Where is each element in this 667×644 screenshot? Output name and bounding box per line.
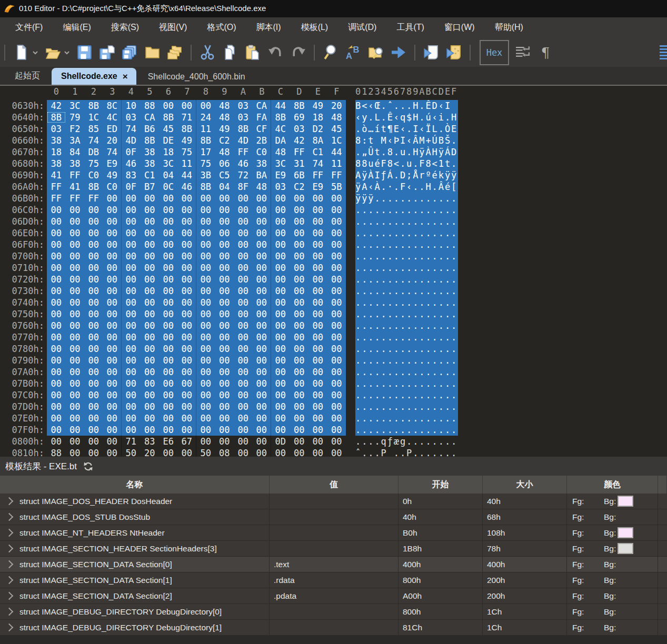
hex-row-ascii[interactable]: ................ [355, 239, 458, 250]
hex-byte[interactable]: 00 [215, 227, 234, 239]
hex-row-bytes[interactable]: 423C8B8C10880000004803CA448B4920 [47, 100, 346, 112]
hex-byte[interactable]: 00 [327, 239, 346, 250]
hex-byte[interactable]: 00 [215, 285, 234, 297]
row-size-cell[interactable]: 1Ch [483, 620, 567, 635]
hex-byte[interactable]: 00 [84, 389, 103, 401]
hex-byte[interactable]: 00 [47, 412, 66, 424]
hex-byte[interactable]: 00 [253, 343, 272, 355]
hex-row-bytes[interactable]: 00000000000000000000000000000000 [47, 297, 346, 308]
hex-byte[interactable]: 48 [215, 146, 234, 158]
hex-byte[interactable]: 00 [271, 239, 290, 250]
hex-row-bytes[interactable]: 00000000000000000000000000000000 [47, 262, 346, 274]
hex-byte[interactable]: CA [141, 112, 160, 123]
hex-byte[interactable]: 00 [215, 355, 234, 366]
hex-byte[interactable]: 00 [215, 401, 234, 412]
hex-byte[interactable]: 06 [215, 158, 234, 169]
bg-color-swatch[interactable] [618, 527, 633, 538]
row-size-cell[interactable]: 1Ch [483, 604, 567, 619]
hex-row-bytes[interactable]: 00000000000000000000000000000000 [47, 227, 346, 239]
hex-editor[interactable]: 0123456789ABCDEF0123456789ABCDEF 0630h:4… [0, 86, 667, 457]
hex-byte[interactable]: 00 [308, 250, 327, 262]
hex-byte[interactable]: 8B [178, 123, 197, 135]
hex-byte[interactable]: DE [159, 135, 178, 146]
hex-byte[interactable]: 00 [253, 285, 272, 297]
column-header-color[interactable]: 颜色 [567, 476, 658, 494]
hex-byte[interactable]: 8B [84, 181, 103, 193]
hex-byte[interactable]: 00 [141, 378, 160, 389]
hex-row[interactable]: 0660h:383A74204D8BDE498BC24D2BDA428A1C8:… [0, 135, 667, 146]
replace-button[interactable]: AB [344, 43, 362, 63]
hex-row-bytes[interactable]: 00000000000000000000000000000000 [47, 389, 346, 401]
row-value-cell[interactable]: .text [270, 557, 399, 572]
hex-byte[interactable]: 00 [159, 378, 178, 389]
hex-byte[interactable]: 00 [196, 274, 215, 285]
hex-byte[interactable]: 00 [103, 366, 122, 378]
hex-row[interactable]: 06A0h:FF418BC00FB70C468B048F4803C2E95BÿA… [0, 181, 667, 193]
hex-byte[interactable]: 00 [178, 412, 197, 424]
hex-byte[interactable]: 00 [234, 262, 253, 274]
hex-row-ascii[interactable]: ................ [355, 285, 458, 297]
hex-byte[interactable]: 00 [196, 343, 215, 355]
hex-row-ascii[interactable]: ................ [355, 331, 458, 343]
hex-byte[interactable]: 45 [327, 123, 346, 135]
menu-item[interactable]: 调试(D) [338, 17, 386, 38]
hex-byte[interactable]: 8B [234, 123, 253, 135]
hex-byte[interactable]: FF [327, 169, 346, 181]
hex-byte[interactable]: 00 [122, 331, 141, 343]
find-in-files-button[interactable] [367, 43, 385, 63]
hex-byte[interactable]: 00 [141, 274, 160, 285]
hex-byte[interactable]: 00 [159, 250, 178, 262]
hex-byte[interactable]: 00 [271, 447, 290, 457]
hex-byte[interactable]: 00 [253, 297, 272, 308]
hex-byte[interactable]: 00 [178, 447, 197, 457]
hex-byte[interactable]: 00 [308, 412, 327, 424]
hex-byte[interactable]: 00 [84, 447, 103, 457]
hex-byte[interactable]: 00 [159, 424, 178, 436]
hex-byte[interactable]: 00 [178, 285, 197, 297]
hex-row-bytes[interactable]: 00000000000000000000000000000000 [47, 250, 346, 262]
hex-row-bytes[interactable]: 88000000502000005008000000000000 [47, 447, 346, 457]
hex-byte[interactable]: 00 [234, 297, 253, 308]
hex-byte[interactable]: 00 [141, 193, 160, 204]
hex-byte[interactable]: 00 [141, 366, 160, 378]
hex-byte[interactable]: 0C [159, 181, 178, 193]
hex-byte[interactable]: 00 [327, 331, 346, 343]
save-button[interactable] [75, 43, 93, 63]
hex-row[interactable]: 0780h:00000000000000000000000000000000..… [0, 343, 667, 355]
hex-byte[interactable]: 00 [271, 424, 290, 436]
hex-byte[interactable]: FF [84, 193, 103, 204]
hex-byte[interactable]: 00 [159, 343, 178, 355]
hex-byte[interactable]: 00 [47, 366, 66, 378]
hex-byte[interactable]: 3C [159, 158, 178, 169]
hex-row-bytes[interactable]: 8B791C4C03CA8B71244803FA8B691848 [47, 112, 346, 123]
row-start-cell[interactable]: 0h [399, 494, 483, 509]
row-name-cell[interactable]: struct IMAGE_DEBUG_DIRECTORY DebugDirect… [0, 620, 270, 635]
hex-byte[interactable]: 00 [290, 227, 309, 239]
hex-byte[interactable]: 00 [141, 389, 160, 401]
open-recent-folders-button[interactable] [166, 43, 184, 63]
hex-byte[interactable]: CA [253, 100, 272, 112]
hex-byte[interactable]: 00 [159, 193, 178, 204]
hex-byte[interactable]: 00 [103, 216, 122, 227]
hex-byte[interactable]: 00 [196, 424, 215, 436]
hex-byte[interactable]: 00 [215, 378, 234, 389]
hex-byte[interactable]: 00 [122, 320, 141, 331]
hex-row-ascii[interactable]: ÿÿÿ............. [355, 193, 458, 204]
hex-row-bytes[interactable]: 00000000000000000000000000000000 [47, 412, 346, 424]
hex-byte[interactable]: 00 [178, 227, 197, 239]
hex-byte[interactable]: C1 [308, 146, 327, 158]
hex-byte[interactable]: 00 [47, 262, 66, 274]
hex-byte[interactable]: 00 [327, 274, 346, 285]
hex-byte[interactable]: 00 [253, 412, 272, 424]
hex-byte[interactable]: 48 [215, 112, 234, 123]
run-script-button[interactable] [422, 43, 440, 63]
hex-byte[interactable]: 00 [103, 250, 122, 262]
row-color-cell[interactable]: Fg:Bg: [567, 494, 658, 509]
hex-byte[interactable]: 00 [141, 320, 160, 331]
hex-byte[interactable]: 00 [178, 193, 197, 204]
row-start-cell[interactable]: 800h [399, 604, 483, 619]
hex-byte[interactable]: 00 [122, 412, 141, 424]
hex-byte[interactable]: 00 [178, 262, 197, 274]
hex-byte[interactable]: 00 [122, 355, 141, 366]
row-color-cell[interactable]: Fg:Bg: [567, 541, 658, 556]
